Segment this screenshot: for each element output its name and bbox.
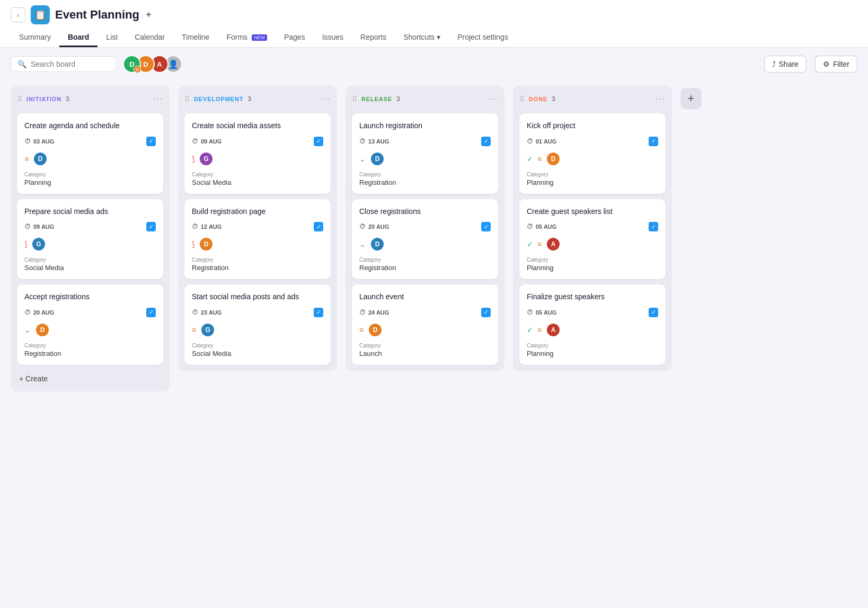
- card-avatar: D: [35, 323, 50, 337]
- category-label: Category: [24, 257, 156, 263]
- priority-icon: ⌄: [24, 326, 31, 334]
- card-meta: ⏱ 01 AUG ✓: [527, 137, 658, 146]
- tab-timeline[interactable]: Timeline: [173, 29, 218, 47]
- sidebar-toggle-button[interactable]: ›: [11, 7, 25, 22]
- column-menu-button[interactable]: ···: [321, 94, 331, 104]
- drag-handle[interactable]: ⠿: [352, 95, 357, 103]
- project-title: Event Planning: [55, 8, 139, 22]
- drag-handle[interactable]: ⠿: [184, 95, 190, 103]
- priority-icon: ≡: [24, 155, 29, 163]
- column-menu-button[interactable]: ···: [488, 94, 498, 104]
- avatar-d1[interactable]: D D: [123, 55, 141, 73]
- card-date: ⏱ 05 AUG: [527, 223, 556, 230]
- column-header-development: ⠿ DEVELOPMENT 3 ···: [184, 92, 331, 108]
- ai-icon[interactable]: ✦: [145, 9, 153, 21]
- filter-icon: ⚙: [823, 60, 830, 68]
- card[interactable]: Start social media posts and ads ⏱ 23 AU…: [184, 284, 331, 365]
- create-button[interactable]: + Create: [17, 370, 163, 385]
- tab-shortcuts[interactable]: Shortcuts ▾: [395, 29, 449, 47]
- column-done: ⠿ DONE 3 ··· Kick off project ⏱ 01 AUG ✓…: [513, 86, 672, 371]
- card-meta: ⏱ 12 AUG ✓: [192, 222, 323, 231]
- card-checkbox[interactable]: ✓: [146, 308, 156, 317]
- category-value: Launch: [359, 350, 491, 357]
- card-footer: ⟆ G: [24, 237, 156, 252]
- tab-list[interactable]: List: [98, 29, 126, 47]
- card[interactable]: Create social media assets ⏱ 09 AUG ✓ ⟆ …: [184, 113, 331, 194]
- card[interactable]: Close registrations ⏱ 20 AUG ✓ ⌄ D Categ…: [352, 199, 498, 280]
- card[interactable]: Accept registrations ⏱ 20 AUG ✓ ⌄ D Cate…: [17, 284, 163, 365]
- clock-icon: ⏱: [192, 138, 198, 145]
- card-checkbox[interactable]: ✓: [314, 308, 323, 317]
- card-meta: ⏱ 09 AUG ✓: [24, 222, 156, 231]
- card[interactable]: Finalize guest speakers ⏱ 05 AUG ✓ ✓ ≡ A…: [519, 284, 666, 365]
- category-value: Planning: [527, 178, 658, 186]
- filter-button[interactable]: ⚙ Filter: [815, 56, 857, 73]
- tab-board[interactable]: Board: [59, 29, 98, 47]
- card-checkbox[interactable]: ✓: [481, 137, 491, 146]
- card-checkbox[interactable]: ✓: [649, 308, 658, 317]
- card-category: Category Registration: [359, 257, 491, 272]
- card-title: Close registrations: [359, 207, 491, 217]
- card-meta: ⏱ 23 AUG ✓: [192, 308, 323, 317]
- card-category: Category Social Media: [24, 257, 156, 272]
- card-footer: ⟆ D: [192, 237, 323, 252]
- search-box[interactable]: 🔍: [11, 56, 117, 72]
- search-input[interactable]: [31, 60, 110, 68]
- column-header-initiation: ⠿ INITIATION 3 ···: [17, 92, 163, 108]
- card[interactable]: Build registration page ⏱ 12 AUG ✓ ⟆ D C…: [184, 199, 331, 280]
- card-checkbox[interactable]: ✓: [146, 222, 156, 231]
- avatars-group: D D D A 👤: [123, 55, 182, 73]
- priority-icon: ⟆: [192, 240, 194, 248]
- column-menu-button[interactable]: ···: [656, 94, 666, 104]
- category-value: Registration: [359, 178, 491, 186]
- clock-icon: ⏱: [527, 138, 533, 145]
- priority-icon: ⟆: [192, 155, 194, 163]
- card-avatar: D: [33, 151, 48, 166]
- card-date: ⏱ 24 AUG: [359, 309, 389, 316]
- category-label: Category: [192, 343, 323, 348]
- card-checkbox[interactable]: ✓: [649, 222, 658, 231]
- card-avatar: D: [546, 151, 561, 166]
- toolbar: 🔍 D D D A 👤 ⤴ Share ⚙ F: [0, 48, 868, 81]
- category-label: Category: [192, 172, 323, 177]
- card[interactable]: Launch event ⏱ 24 AUG ✓ ≡ D Category Lau…: [352, 284, 498, 365]
- share-button[interactable]: ⤴ Share: [764, 56, 807, 73]
- card-title: Kick off project: [527, 121, 658, 131]
- tab-pages[interactable]: Pages: [276, 29, 314, 47]
- card[interactable]: Launch registration ⏱ 13 AUG ✓ ⌄ D Categ…: [352, 113, 498, 194]
- add-column-button[interactable]: +: [680, 88, 702, 109]
- card-checkbox[interactable]: ✓: [481, 222, 491, 231]
- clock-icon: ⏱: [527, 223, 533, 230]
- column-development: ⠿ DEVELOPMENT 3 ··· Create social media …: [178, 86, 337, 371]
- card-checkbox[interactable]: ✓: [314, 222, 323, 231]
- tab-forms[interactable]: Forms NEW: [218, 29, 276, 47]
- column-count: 3: [247, 95, 251, 103]
- card-checkbox[interactable]: ✓: [649, 137, 658, 146]
- clock-icon: ⏱: [24, 138, 31, 145]
- category-label: Category: [192, 257, 323, 263]
- card[interactable]: Kick off project ⏱ 01 AUG ✓ ✓ ≡ D Catego…: [519, 113, 666, 194]
- category-label: Category: [359, 343, 491, 348]
- card[interactable]: Create agenda and schedule ⏱ 03 AUG ✓ ≡ …: [17, 113, 163, 194]
- card-checkbox[interactable]: ✓: [481, 308, 491, 317]
- card-footer: ⌄ D: [24, 323, 156, 337]
- card-category: Category Registration: [24, 343, 156, 357]
- add-member-icon: 👤: [168, 59, 179, 69]
- drag-handle[interactable]: ⠿: [17, 95, 22, 103]
- column-title: INITIATION: [26, 96, 61, 102]
- card-checkbox[interactable]: ✓: [314, 137, 323, 146]
- top-bar: › 📋 Event Planning ✦ Summary Board List …: [0, 0, 868, 48]
- drag-handle[interactable]: ⠿: [519, 95, 525, 103]
- tab-reports[interactable]: Reports: [352, 29, 395, 47]
- category-value: Planning: [24, 178, 156, 186]
- tab-calendar[interactable]: Calendar: [126, 29, 173, 47]
- tab-issues[interactable]: Issues: [314, 29, 352, 47]
- card-title: Launch event: [359, 292, 491, 302]
- card-checkbox[interactable]: ✓: [146, 137, 156, 146]
- card[interactable]: Prepare social media ads ⏱ 09 AUG ✓ ⟆ G …: [17, 199, 163, 280]
- card-title: Create agenda and schedule: [24, 121, 156, 131]
- tab-summary[interactable]: Summary: [11, 29, 59, 47]
- tab-project-settings[interactable]: Project settings: [449, 29, 517, 47]
- card[interactable]: Create guest speakers list ⏱ 05 AUG ✓ ✓ …: [519, 199, 666, 280]
- column-menu-button[interactable]: ···: [153, 94, 163, 104]
